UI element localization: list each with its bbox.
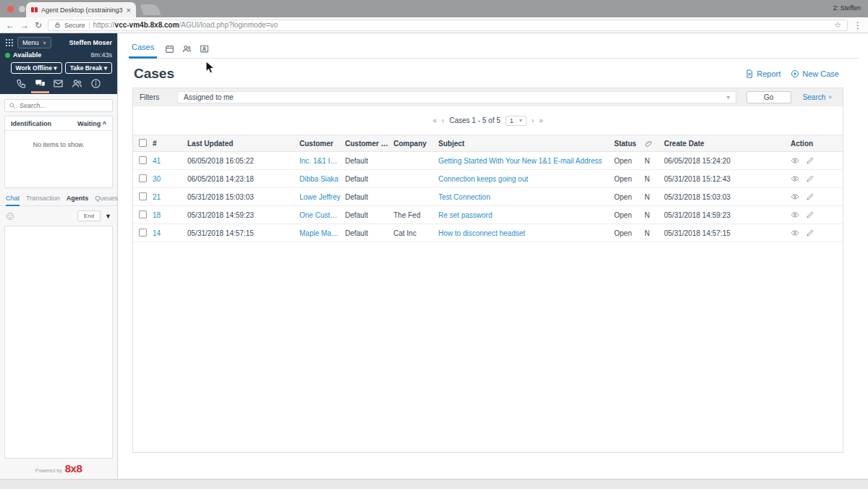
status-cell: Open — [614, 229, 644, 237]
table-row: 18 05/31/2018 14:59:23 One Customer Defa… — [133, 206, 843, 224]
case-id-link[interactable]: 30 — [153, 175, 187, 183]
edit-case-icon[interactable] — [806, 229, 814, 237]
browser-profile-label[interactable]: 2: Steffen — [833, 4, 861, 12]
row-select-checkbox[interactable] — [139, 174, 147, 182]
subject-link[interactable]: Re set password — [438, 211, 614, 219]
case-id-link[interactable]: 14 — [153, 229, 187, 237]
next-page-icon[interactable]: › — [532, 116, 534, 124]
new-case-button[interactable]: New Case — [791, 69, 839, 78]
row-select-checkbox[interactable] — [139, 156, 147, 163]
company-cell: Cat Inc — [393, 229, 438, 237]
sidebar-search-box[interactable] — [4, 99, 113, 112]
browser-menu-icon[interactable]: ⋮ — [854, 20, 862, 30]
previous-page-icon[interactable]: ‹ — [442, 116, 444, 124]
phone-icon[interactable] — [12, 78, 31, 93]
agents-icon[interactable] — [68, 78, 87, 93]
calendar-icon[interactable] — [165, 44, 174, 58]
customer-link[interactable]: Inc. 1&1 Inter... — [299, 157, 345, 165]
sidebar-search-input[interactable] — [20, 102, 109, 109]
chevron-down-icon: ▾ — [727, 94, 730, 101]
info-icon[interactable] — [86, 78, 105, 93]
subject-link[interactable]: Connection keeps going out — [438, 175, 614, 183]
contact-card-icon[interactable] — [200, 44, 209, 58]
customer-link[interactable]: One Customer — [299, 211, 345, 219]
tab-close-icon[interactable]: × — [127, 6, 131, 14]
bookmark-star-icon[interactable]: ☆ — [834, 20, 841, 30]
attachment-cell: N — [644, 157, 664, 165]
last-page-icon[interactable]: » — [539, 116, 543, 124]
end-chat-button[interactable]: End — [77, 211, 101, 221]
chat-icon[interactable] — [31, 78, 50, 93]
tab-transaction[interactable]: Transaction — [26, 195, 60, 205]
menu-button[interactable]: Menu▾ — [17, 37, 51, 48]
filter-select[interactable]: Assigned to me ▾ — [177, 91, 736, 103]
chevron-down-icon: ▾ — [43, 40, 46, 46]
edit-case-icon[interactable] — [806, 174, 814, 183]
table-row: 30 06/05/2018 14:23:18 Dibba Siaka Defau… — [133, 170, 843, 188]
chat-controls: End ▼ — [0, 206, 117, 224]
view-case-icon[interactable] — [791, 211, 799, 219]
row-select-checkbox[interactable] — [139, 210, 147, 218]
go-button[interactable]: Go — [746, 91, 791, 103]
customer-link[interactable]: Maple Martha — [299, 229, 345, 237]
col-customer-type[interactable]: Customer Type — [345, 140, 393, 148]
apps-grid-icon[interactable] — [5, 38, 14, 47]
back-button[interactable]: ← — [6, 21, 14, 30]
col-id[interactable]: # — [153, 140, 187, 148]
customer-link[interactable]: Lowe Jeffrey — [299, 193, 345, 201]
edit-case-icon[interactable] — [806, 211, 814, 219]
paperclip-icon[interactable] — [644, 140, 664, 148]
crm-nav-tabs: Cases — [129, 40, 859, 59]
lock-icon — [54, 22, 61, 28]
col-customer[interactable]: Customer — [299, 140, 345, 148]
subject-link[interactable]: How to disconnect headset — [438, 229, 614, 237]
forward-button[interactable]: → — [20, 21, 29, 30]
email-icon[interactable] — [49, 78, 68, 93]
omnibox-divider — [89, 22, 90, 29]
customer-link[interactable]: Dibba Siaka — [299, 175, 345, 183]
customers-icon[interactable] — [182, 44, 192, 58]
subject-link[interactable]: Test Connection — [438, 193, 614, 201]
report-button[interactable]: Report — [745, 69, 780, 78]
work-offline-button[interactable]: Work Offline ▾ — [11, 62, 62, 74]
view-case-icon[interactable] — [791, 192, 799, 201]
case-id-link[interactable]: 21 — [153, 193, 187, 201]
select-all-checkbox[interactable] — [139, 138, 147, 146]
new-tab-button[interactable] — [140, 4, 161, 15]
window-close-button[interactable] — [7, 6, 14, 12]
case-id-link[interactable]: 41 — [153, 157, 187, 165]
col-subject[interactable]: Subject — [438, 140, 614, 148]
edit-case-icon[interactable] — [806, 156, 814, 165]
tab-queues[interactable]: Queues — [95, 195, 118, 205]
search-dropdown[interactable]: Search ˅ — [803, 93, 832, 101]
tab-cases[interactable]: Cases — [129, 43, 157, 59]
col-last-updated[interactable]: Last Updated — [187, 140, 299, 148]
col-company[interactable]: Company — [393, 140, 438, 148]
waiting-column-header[interactable]: Waiting ^ — [77, 120, 106, 127]
col-create-date[interactable]: Create Date — [664, 140, 791, 148]
emoji-icon[interactable] — [6, 212, 14, 221]
row-select-checkbox[interactable] — [139, 192, 147, 200]
create-date-cell: 05/31/2018 14:59:23 — [664, 211, 791, 219]
first-page-icon[interactable]: « — [433, 116, 437, 124]
row-select-checkbox[interactable] — [139, 228, 147, 236]
col-status[interactable]: Status — [614, 140, 644, 148]
subject-link[interactable]: Getting Started With Your New 1&1 E-mail… — [438, 157, 614, 165]
tab-agents[interactable]: Agents — [67, 195, 89, 205]
tab-chat[interactable]: Chat — [6, 195, 20, 206]
address-bar[interactable]: Secure https://vcc-vm4b.8x8.com/AGUI/loa… — [48, 20, 848, 31]
view-case-icon[interactable] — [791, 156, 799, 165]
browser-tab[interactable]: Agent Desktop (csstraining3 × — [26, 2, 136, 17]
chat-transcript-area[interactable] — [4, 226, 113, 459]
browser-toolbar: ← → ↻ Secure https://vcc-vm4b.8x8.com/AG… — [0, 17, 868, 33]
refresh-button[interactable]: ↻ — [35, 21, 42, 30]
page-select[interactable]: 1 ▾ — [506, 116, 527, 126]
window-minimize-button[interactable] — [19, 6, 25, 12]
view-case-icon[interactable] — [791, 229, 799, 237]
take-break-button[interactable]: Take Break ▾ — [65, 62, 112, 74]
chevron-down-icon[interactable]: ▼ — [105, 213, 111, 220]
edit-case-icon[interactable] — [806, 192, 814, 201]
case-id-link[interactable]: 18 — [153, 211, 187, 219]
view-case-icon[interactable] — [791, 174, 799, 183]
identification-column-header[interactable]: Identification — [11, 120, 51, 127]
